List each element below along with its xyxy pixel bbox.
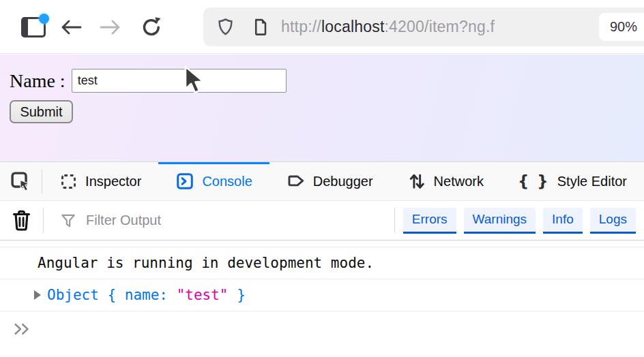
zoom-level-badge[interactable]: 90%: [599, 13, 644, 41]
browser-toolbar: http://localhost:4200/item?ng.f 90%: [0, 0, 644, 54]
tab-console[interactable]: Console: [158, 162, 269, 200]
name-input[interactable]: [72, 69, 287, 93]
mouse-cursor: [183, 65, 206, 98]
tab-inspector[interactable]: Inspector: [42, 162, 158, 200]
console-prompt-icon: [12, 321, 32, 337]
name-form-row: Name :: [10, 68, 644, 93]
tab-label: Style Editor: [557, 174, 627, 189]
browser-window: http://localhost:4200/item?ng.f 90% Name…: [0, 0, 644, 357]
devtools-panel: Inspector Console Debugger: [0, 161, 644, 357]
sidebar-toggle-button[interactable]: [18, 11, 49, 44]
back-button[interactable]: [53, 11, 89, 44]
console-output: Angular is running in development mode. …: [0, 240, 644, 346]
shield-icon[interactable]: [216, 16, 235, 37]
inspector-icon: [59, 172, 78, 191]
back-arrow-icon: [58, 18, 84, 36]
object-label[interactable]: Object: [47, 287, 99, 303]
console-filterbar: Errors Warnings Info Logs: [0, 201, 644, 240]
console-icon: [175, 172, 194, 191]
forward-button[interactable]: [93, 11, 128, 44]
filter-logs-button[interactable]: Logs: [590, 208, 636, 234]
filterbar-divider: [43, 208, 44, 233]
clear-console-button[interactable]: [0, 201, 43, 240]
notification-dot: [39, 14, 49, 24]
network-icon: [407, 172, 426, 191]
filter-warnings-button[interactable]: Warnings: [464, 208, 536, 234]
object-prop-value: "test": [177, 287, 229, 303]
object-brace-close: }: [229, 287, 246, 303]
pick-element-button[interactable]: [0, 162, 42, 200]
submit-button[interactable]: Submit: [10, 100, 73, 123]
url-text: http://localhost:4200/item?ng.f: [281, 18, 644, 36]
sidebar-icon: [21, 17, 46, 37]
filter-funnel-icon: [59, 212, 77, 230]
tab-debugger[interactable]: Debugger: [269, 162, 390, 200]
url-host: localhost: [321, 18, 385, 35]
console-log-row: Angular is running in development mode.: [0, 247, 644, 279]
name-label: Name :: [10, 70, 65, 92]
object-prop-name: name:: [125, 287, 177, 303]
tab-label: Inspector: [85, 174, 141, 189]
filter-button-group: Errors Warnings Info Logs: [403, 208, 636, 234]
url-bar[interactable]: http://localhost:4200/item?ng.f 90%: [203, 7, 644, 46]
pick-element-icon: [10, 170, 32, 193]
forward-arrow-icon: [98, 18, 123, 36]
object-brace-open: {: [99, 287, 125, 303]
style-editor-icon: { }: [518, 172, 550, 190]
url-path: :4200/item?ng.f: [385, 18, 495, 35]
filter-info-button[interactable]: Info: [543, 208, 583, 234]
console-input-row[interactable]: [0, 311, 644, 346]
expand-object-triangle-icon[interactable]: [34, 290, 41, 300]
tab-label: Network: [434, 174, 484, 189]
debugger-icon: [287, 172, 306, 191]
devtools-tabbar: Inspector Console Debugger: [0, 162, 644, 201]
console-object-row: Object { name: "test" }: [0, 279, 644, 311]
filter-buttons-divider: [394, 208, 395, 233]
trash-icon: [11, 208, 32, 232]
filter-output-input[interactable]: [86, 213, 394, 228]
tab-network[interactable]: Network: [390, 162, 501, 200]
tab-style-editor[interactable]: { } Style Editor: [501, 162, 644, 200]
reload-button[interactable]: [134, 11, 169, 44]
page-content: Name : Submit: [0, 55, 644, 161]
filter-errors-button[interactable]: Errors: [403, 208, 456, 234]
reload-icon: [140, 16, 163, 39]
url-fade-overlay: [549, 7, 587, 46]
tab-label: Console: [202, 174, 252, 189]
tab-label: Debugger: [313, 174, 373, 189]
log-message: Angular is running in development mode.: [38, 255, 374, 271]
page-info-icon[interactable]: [250, 16, 270, 37]
url-scheme: http://: [281, 18, 321, 35]
